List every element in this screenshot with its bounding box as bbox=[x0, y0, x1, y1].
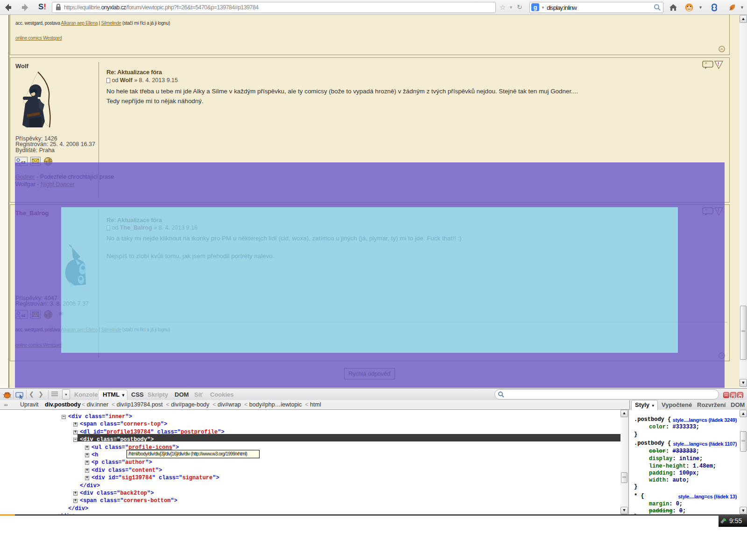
svg-text:!: ! bbox=[718, 62, 719, 67]
svg-text:”: ” bbox=[705, 62, 707, 66]
